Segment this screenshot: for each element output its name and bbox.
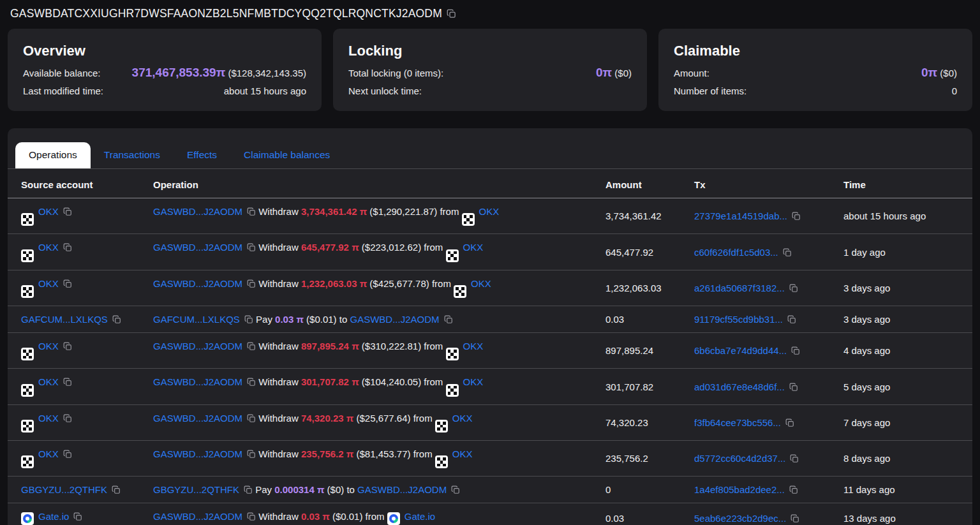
copy-icon[interactable] xyxy=(63,414,72,423)
copy-icon[interactable] xyxy=(63,207,72,216)
copy-icon[interactable] xyxy=(247,378,256,387)
time-cell: about 15 hours ago xyxy=(843,198,972,234)
okx-link[interactable]: OKX xyxy=(38,242,59,253)
tx-link[interactable]: 27379e1a14519dab... xyxy=(694,211,787,221)
operation-cell: GBGYZU...2QTHFK Pay 0.000314 π ($0) to G… xyxy=(153,477,605,503)
tx-link[interactable]: ad031d67e8e48d6f... xyxy=(694,381,785,392)
okx-icon xyxy=(21,384,34,397)
okx-link[interactable]: OKX xyxy=(38,206,59,217)
tx-link[interactable]: 6b6cba7e74d9dd44... xyxy=(694,345,787,356)
account-link[interactable]: GASWBD...J2AODM xyxy=(153,376,242,387)
copy-icon[interactable] xyxy=(244,315,253,324)
last-modified-value: about 15 hours ago xyxy=(224,85,306,96)
copy-icon[interactable] xyxy=(785,418,794,427)
tx-link[interactable]: f3fb64cee73bc556... xyxy=(694,417,781,428)
copy-icon[interactable] xyxy=(73,512,82,521)
col-amount: Amount xyxy=(605,169,694,198)
copy-icon[interactable] xyxy=(789,383,798,392)
account-link[interactable]: GASWBD...J2AODM xyxy=(153,448,242,459)
copy-icon[interactable] xyxy=(247,279,256,288)
account-link[interactable]: GASWBD...J2AODM xyxy=(357,484,447,495)
copy-icon[interactable] xyxy=(792,212,801,221)
gateio-icon xyxy=(387,512,400,525)
copy-icon[interactable] xyxy=(247,342,256,351)
copy-icon[interactable] xyxy=(783,248,792,257)
okx-link[interactable]: OKX xyxy=(38,448,59,459)
claimable-card: Claimable Amount: 0π ($0) Number of item… xyxy=(658,29,972,111)
copy-icon[interactable] xyxy=(112,315,121,324)
account-link[interactable]: GASWBD...J2AODM xyxy=(153,511,242,522)
operation-amount: 0.000314 π xyxy=(274,484,324,495)
tab-claimable-balances[interactable]: Claimable balances xyxy=(230,142,343,168)
copy-icon[interactable] xyxy=(789,284,798,293)
tab-transactions[interactable]: Transactions xyxy=(91,142,174,168)
time-cell: 8 days ago xyxy=(843,441,972,477)
operation-cell: GASWBD...J2AODM Withdraw 74,320.23 π ($2… xyxy=(153,404,605,440)
tx-link[interactable]: 5eab6e223cb2d9ec... xyxy=(694,513,786,524)
account-link[interactable]: GASWBD...J2AODM xyxy=(350,314,439,325)
copy-icon[interactable] xyxy=(247,243,256,252)
okx-link[interactable]: OKX xyxy=(463,341,484,351)
copy-icon[interactable] xyxy=(63,378,72,387)
okx-link[interactable]: OKX xyxy=(471,278,491,289)
copy-icon[interactable] xyxy=(789,485,798,494)
okx-link[interactable]: OKX xyxy=(38,341,59,351)
copy-icon[interactable] xyxy=(112,485,121,494)
copy-icon[interactable] xyxy=(63,279,72,288)
source-account-cell: OKX xyxy=(8,333,153,369)
okx-link[interactable]: OKX xyxy=(479,206,500,217)
account-link[interactable]: GASWBD...J2AODM xyxy=(153,341,242,351)
account-link[interactable]: GASWBD...J2AODM xyxy=(153,206,242,217)
okx-link[interactable]: OKX xyxy=(452,413,473,424)
account-link[interactable]: GASWBD...J2AODM xyxy=(153,413,242,424)
copy-icon[interactable] xyxy=(791,346,800,355)
account-link[interactable]: GBGYZU...2QTHFK xyxy=(153,484,239,495)
col-source-account: Source account xyxy=(8,169,153,198)
copy-icon[interactable] xyxy=(447,9,456,18)
operation-amount: 0.03 π xyxy=(275,314,304,325)
copy-icon[interactable] xyxy=(444,315,453,324)
copy-icon[interactable] xyxy=(247,512,256,521)
copy-icon[interactable] xyxy=(787,315,796,324)
copy-icon[interactable] xyxy=(247,207,256,216)
locking-card: Locking Total locking (0 items): 0π ($0)… xyxy=(333,29,647,111)
tx-link[interactable]: d5772cc60c4d2d37... xyxy=(694,453,785,464)
copy-icon[interactable] xyxy=(790,454,799,463)
okx-link[interactable]: OKX xyxy=(452,448,473,459)
okx-link[interactable]: OKX xyxy=(38,278,59,289)
last-modified-label: Last modified time: xyxy=(23,85,103,96)
tx-link[interactable]: 91179cf55cd9bb31... xyxy=(694,314,783,325)
copy-icon[interactable] xyxy=(791,514,799,523)
tx-link[interactable]: 1a4ef805bad2dee2... xyxy=(694,484,785,495)
copy-icon[interactable] xyxy=(247,450,256,459)
copy-icon[interactable] xyxy=(63,243,72,252)
okx-link[interactable]: OKX xyxy=(38,376,59,387)
copy-icon[interactable] xyxy=(244,485,253,494)
tx-link[interactable]: c60f626fdf1c5d03... xyxy=(694,247,778,258)
account-address: GASWBDATCXXIUGHR7DWSFAAONZB2L5NFMBTDCYQQ… xyxy=(10,7,442,20)
tx-link[interactable]: a261da50687f3182... xyxy=(694,283,785,293)
copy-icon[interactable] xyxy=(63,450,72,459)
time-cell: 11 days ago xyxy=(843,477,972,503)
okx-icon xyxy=(21,420,34,433)
account-link[interactable]: GAFCUM...LXLKQS xyxy=(153,314,240,325)
gateio-icon xyxy=(21,512,34,525)
tab-operations[interactable]: Operations xyxy=(15,142,91,168)
copy-icon[interactable] xyxy=(63,342,72,351)
okx-link[interactable]: OKX xyxy=(463,242,484,253)
copy-icon[interactable] xyxy=(247,414,256,423)
gate-link[interactable]: Gate.io xyxy=(405,511,435,522)
tab-effects[interactable]: Effects xyxy=(174,142,230,168)
source-account-cell: GBGYZU...2QTHFK xyxy=(8,477,153,503)
copy-icon[interactable] xyxy=(451,485,460,494)
account-link[interactable]: GBGYZU...2QTHFK xyxy=(21,484,107,495)
time-cell: 3 days ago xyxy=(843,270,972,306)
gate-link[interactable]: Gate.io xyxy=(38,511,69,522)
account-link[interactable]: GASWBD...J2AODM xyxy=(153,278,242,289)
table-row: OKXGASWBD...J2AODM Withdraw 897,895.24 π… xyxy=(8,333,972,369)
okx-link[interactable]: OKX xyxy=(38,413,59,424)
account-link[interactable]: GASWBD...J2AODM xyxy=(153,242,242,253)
okx-link[interactable]: OKX xyxy=(463,376,484,387)
account-link[interactable]: GAFCUM...LXLKQS xyxy=(21,314,108,325)
tx-cell: 91179cf55cd9bb31... xyxy=(694,306,843,333)
